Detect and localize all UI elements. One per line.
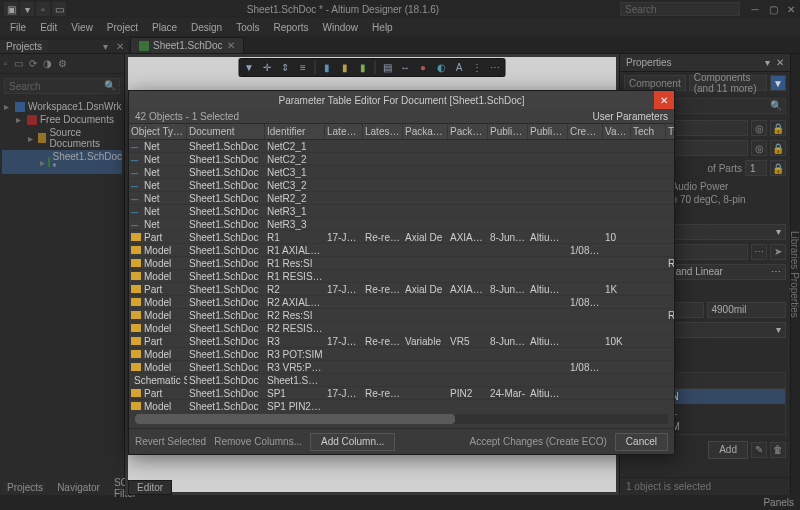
column-header[interactable]: Tech	[631, 124, 666, 139]
table-row[interactable]: NetSheet1.SchDocNetC3_1	[129, 166, 674, 179]
table-row[interactable]: ModelSheet1.SchDocR3 POT:SIMGeneral@"DES…	[129, 348, 674, 361]
table-row[interactable]: ModelSheet1.SchDocSP1 PIN2:PCBLIB	[129, 400, 674, 410]
column-header[interactable]: LatestR...	[325, 124, 363, 139]
row-type-icon	[131, 233, 141, 241]
row-type-icon	[131, 272, 141, 280]
table-row[interactable]: ModelSheet1.SchDocR1 Res:SIResistor	[129, 257, 674, 270]
column-header[interactable]: Identifier	[265, 124, 325, 139]
table-row[interactable]: ModelSheet1.SchDocR1 RESISTOR:SIMGeneral…	[129, 270, 674, 283]
table-row[interactable]: ModelSheet1.SchDocR2 RESISTOR:SIMGeneral…	[129, 322, 674, 335]
accept-changes-link[interactable]: Accept Changes (Create ECO)	[470, 436, 607, 447]
horizontal-scrollbar[interactable]	[135, 414, 668, 424]
row-type-icon	[131, 324, 141, 332]
row-type-icon	[131, 285, 141, 293]
add-column-button[interactable]: Add Column...	[310, 433, 395, 451]
table-row[interactable]: NetSheet1.SchDocNetR3_3	[129, 218, 674, 231]
table-row[interactable]: PartSheet1.SchDocSP117-Jul-20Re-releaPIN…	[129, 387, 674, 400]
row-type-icon	[131, 168, 141, 176]
row-type-icon	[131, 298, 141, 306]
row-type-icon	[131, 350, 141, 358]
table-row[interactable]: NetSheet1.SchDocNetC3_2	[129, 179, 674, 192]
row-type-icon	[131, 311, 141, 319]
table-row[interactable]: ModelSheet1.SchDocR3 VR5:PCBLIB1/08/199	[129, 361, 674, 374]
table-row[interactable]: ModelSheet1.SchDocR2 AXIAL-0.3:PCBLIB1/0…	[129, 296, 674, 309]
column-header[interactable]: Publish...	[488, 124, 528, 139]
table-row[interactable]: NetSheet1.SchDocNetC2_1	[129, 140, 674, 153]
grid-header-row: Object TypeDocumentIdentifierLatestR...L…	[129, 124, 674, 140]
table-row[interactable]: NetSheet1.SchDocNetR3_1	[129, 205, 674, 218]
column-header[interactable]: Document	[187, 124, 265, 139]
table-row[interactable]: PartSheet1.SchDocR117-Jul-20Re-releaAxia…	[129, 231, 674, 244]
table-row[interactable]: Schematic SheeSheet1.SchDocSheet1.SchDoc	[129, 374, 674, 387]
row-type-icon	[131, 337, 141, 345]
table-row[interactable]: PartSheet1.SchDocR217-Jul-20Re-releaAxia…	[129, 283, 674, 296]
table-row[interactable]: NetSheet1.SchDocNetC2_2	[129, 153, 674, 166]
row-type-icon	[131, 402, 141, 410]
column-header[interactable]: Packag...	[448, 124, 488, 139]
row-type-icon	[131, 155, 141, 163]
table-row[interactable]: ModelSheet1.SchDocR1 AXIAL-0.3:PCBLIB1/0…	[129, 244, 674, 257]
column-header[interactable]: Object Type	[129, 124, 187, 139]
remove-columns-link[interactable]: Remove Columns...	[214, 436, 302, 447]
cancel-button[interactable]: Cancel	[615, 433, 668, 451]
row-type-icon	[131, 389, 141, 397]
row-type-icon	[131, 259, 141, 267]
row-type-icon	[131, 207, 141, 215]
table-row[interactable]: ModelSheet1.SchDocR2 Res:SIResistor	[129, 309, 674, 322]
row-type-icon	[131, 363, 141, 371]
column-header[interactable]: Type	[666, 124, 674, 139]
column-header[interactable]: LatestR...	[363, 124, 403, 139]
column-header[interactable]: Created	[568, 124, 603, 139]
modal-mask: Parameter Table Editor For Document [She…	[0, 0, 800, 510]
table-row[interactable]: NetSheet1.SchDocNetR2_2	[129, 192, 674, 205]
user-parameters-label: User Parameters	[592, 111, 668, 122]
dialog-close-button[interactable]: ✕	[654, 91, 674, 109]
row-type-icon	[131, 142, 141, 150]
row-type-icon	[131, 220, 141, 228]
parameter-grid[interactable]: Object TypeDocumentIdentifierLatestR...L…	[129, 124, 674, 410]
dialog-title: Parameter Table Editor For Document [She…	[129, 95, 674, 106]
column-header[interactable]: Publish...	[528, 124, 568, 139]
row-type-icon	[131, 181, 141, 189]
column-header[interactable]: Value	[603, 124, 631, 139]
row-type-icon	[131, 194, 141, 202]
column-header[interactable]: Packag...	[403, 124, 448, 139]
parameter-table-dialog: Parameter Table Editor For Document [She…	[128, 90, 675, 455]
object-count-label: 42 Objects - 1 Selected	[135, 111, 239, 122]
row-type-icon	[131, 246, 141, 254]
table-row[interactable]: PartSheet1.SchDocR317-Jul-20Re-releaVari…	[129, 335, 674, 348]
scroll-thumb[interactable]	[135, 414, 455, 424]
revert-selected-link[interactable]: Revert Selected	[135, 436, 206, 447]
